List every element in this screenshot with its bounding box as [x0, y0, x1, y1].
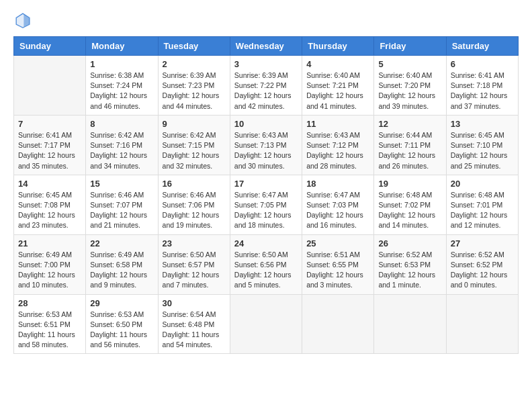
- calendar-cell: 26Sunrise: 6:52 AMSunset: 6:53 PMDayligh…: [374, 234, 446, 294]
- calendar-header-thursday: Thursday: [302, 37, 374, 56]
- day-info: Sunrise: 6:52 AMSunset: 6:52 PMDaylight:…: [451, 250, 514, 291]
- calendar-cell: 12Sunrise: 6:44 AMSunset: 7:11 PMDayligh…: [374, 115, 446, 175]
- calendar-cell: 3Sunrise: 6:39 AMSunset: 7:22 PMDaylight…: [230, 56, 302, 116]
- day-number: 5: [378, 59, 441, 69]
- calendar-cell: 6Sunrise: 6:41 AMSunset: 7:18 PMDaylight…: [446, 56, 518, 116]
- day-info: Sunrise: 6:50 AMSunset: 6:57 PMDaylight:…: [163, 250, 226, 291]
- day-info: Sunrise: 6:50 AMSunset: 6:56 PMDaylight:…: [234, 250, 298, 291]
- calendar-cell: 10Sunrise: 6:43 AMSunset: 7:13 PMDayligh…: [230, 115, 302, 175]
- day-number: 9: [163, 119, 226, 129]
- calendar-week-row: 21Sunrise: 6:49 AMSunset: 7:00 PMDayligh…: [14, 234, 519, 294]
- calendar-cell: 27Sunrise: 6:52 AMSunset: 6:52 PMDayligh…: [446, 234, 518, 294]
- day-number: 25: [306, 238, 369, 248]
- calendar-cell: 2Sunrise: 6:39 AMSunset: 7:23 PMDaylight…: [158, 56, 230, 116]
- calendar-cell: 30Sunrise: 6:54 AMSunset: 6:48 PMDayligh…: [158, 294, 230, 354]
- day-number: 22: [90, 238, 153, 248]
- day-info: Sunrise: 6:54 AMSunset: 6:48 PMDaylight:…: [163, 310, 226, 351]
- day-info: Sunrise: 6:41 AMSunset: 7:17 PMDaylight:…: [18, 130, 81, 171]
- day-info: Sunrise: 6:48 AMSunset: 7:02 PMDaylight:…: [378, 190, 441, 231]
- calendar-cell: 28Sunrise: 6:53 AMSunset: 6:51 PMDayligh…: [14, 294, 86, 354]
- day-info: Sunrise: 6:47 AMSunset: 7:03 PMDaylight:…: [306, 190, 369, 231]
- calendar-header-row: SundayMondayTuesdayWednesdayThursdayFrid…: [14, 37, 519, 56]
- day-number: 14: [18, 179, 81, 189]
- day-info: Sunrise: 6:43 AMSunset: 7:12 PMDaylight:…: [306, 130, 369, 171]
- calendar-week-row: 14Sunrise: 6:45 AMSunset: 7:08 PMDayligh…: [14, 175, 519, 234]
- day-info: Sunrise: 6:44 AMSunset: 7:11 PMDaylight:…: [378, 130, 441, 171]
- day-number: 12: [378, 119, 441, 129]
- calendar-cell: 29Sunrise: 6:53 AMSunset: 6:50 PMDayligh…: [86, 294, 158, 354]
- calendar-header-saturday: Saturday: [446, 37, 518, 56]
- day-number: 3: [234, 59, 298, 69]
- day-number: 21: [18, 238, 81, 248]
- day-info: Sunrise: 6:42 AMSunset: 7:16 PMDaylight:…: [90, 130, 153, 171]
- day-info: Sunrise: 6:51 AMSunset: 6:55 PMDaylight:…: [306, 250, 369, 291]
- calendar-cell: 21Sunrise: 6:49 AMSunset: 7:00 PMDayligh…: [14, 234, 86, 294]
- calendar-cell: 17Sunrise: 6:47 AMSunset: 7:05 PMDayligh…: [230, 175, 302, 234]
- calendar-cell: 5Sunrise: 6:40 AMSunset: 7:20 PMDaylight…: [374, 56, 446, 116]
- day-info: Sunrise: 6:38 AMSunset: 7:24 PMDaylight:…: [90, 71, 153, 111]
- calendar-cell: 13Sunrise: 6:45 AMSunset: 7:10 PMDayligh…: [446, 115, 518, 175]
- day-number: 26: [378, 238, 441, 248]
- day-number: 23: [163, 238, 226, 248]
- day-number: 28: [18, 298, 81, 308]
- day-number: 19: [378, 179, 441, 189]
- day-info: Sunrise: 6:49 AMSunset: 6:58 PMDaylight:…: [90, 250, 153, 291]
- day-info: Sunrise: 6:47 AMSunset: 7:05 PMDaylight:…: [234, 190, 298, 231]
- calendar-cell: 22Sunrise: 6:49 AMSunset: 6:58 PMDayligh…: [86, 234, 158, 294]
- calendar-cell: 1Sunrise: 6:38 AMSunset: 7:24 PMDaylight…: [86, 56, 158, 116]
- day-info: Sunrise: 6:43 AMSunset: 7:13 PMDaylight:…: [234, 130, 298, 171]
- calendar-cell: 25Sunrise: 6:51 AMSunset: 6:55 PMDayligh…: [302, 234, 374, 294]
- calendar-header-tuesday: Tuesday: [158, 37, 230, 56]
- calendar-header-wednesday: Wednesday: [230, 37, 302, 56]
- day-info: Sunrise: 6:52 AMSunset: 6:53 PMDaylight:…: [378, 250, 441, 291]
- day-number: 18: [306, 179, 369, 189]
- calendar-table: SundayMondayTuesdayWednesdayThursdayFrid…: [13, 36, 519, 354]
- calendar-cell: 11Sunrise: 6:43 AMSunset: 7:12 PMDayligh…: [302, 115, 374, 175]
- day-number: 1: [90, 59, 153, 69]
- day-number: 24: [234, 238, 298, 248]
- day-info: Sunrise: 6:41 AMSunset: 7:18 PMDaylight:…: [451, 71, 514, 111]
- calendar-cell: [14, 56, 86, 116]
- calendar-header-sunday: Sunday: [14, 37, 86, 56]
- calendar-header-friday: Friday: [374, 37, 446, 56]
- day-info: Sunrise: 6:53 AMSunset: 6:50 PMDaylight:…: [90, 310, 153, 351]
- calendar-cell: 14Sunrise: 6:45 AMSunset: 7:08 PMDayligh…: [14, 175, 86, 234]
- day-info: Sunrise: 6:53 AMSunset: 6:51 PMDaylight:…: [18, 310, 81, 351]
- calendar-cell: [230, 294, 302, 354]
- calendar-cell: 24Sunrise: 6:50 AMSunset: 6:56 PMDayligh…: [230, 234, 302, 294]
- day-number: 11: [306, 119, 369, 129]
- calendar-week-row: 7Sunrise: 6:41 AMSunset: 7:17 PMDaylight…: [14, 115, 519, 175]
- day-info: Sunrise: 6:40 AMSunset: 7:20 PMDaylight:…: [378, 71, 441, 111]
- calendar-cell: 20Sunrise: 6:48 AMSunset: 7:01 PMDayligh…: [446, 175, 518, 234]
- calendar-cell: 9Sunrise: 6:42 AMSunset: 7:15 PMDaylight…: [158, 115, 230, 175]
- calendar-cell: 16Sunrise: 6:46 AMSunset: 7:06 PMDayligh…: [158, 175, 230, 234]
- day-info: Sunrise: 6:40 AMSunset: 7:21 PMDaylight:…: [306, 71, 369, 111]
- page-header: [13, 11, 519, 30]
- day-number: 4: [306, 59, 369, 69]
- day-info: Sunrise: 6:48 AMSunset: 7:01 PMDaylight:…: [451, 190, 514, 231]
- day-info: Sunrise: 6:46 AMSunset: 7:06 PMDaylight:…: [163, 190, 226, 231]
- day-number: 27: [451, 238, 514, 248]
- calendar-cell: [446, 294, 518, 354]
- day-info: Sunrise: 6:49 AMSunset: 7:00 PMDaylight:…: [18, 250, 81, 291]
- day-info: Sunrise: 6:39 AMSunset: 7:22 PMDaylight:…: [234, 71, 298, 111]
- day-number: 16: [163, 179, 226, 189]
- day-number: 30: [163, 298, 226, 308]
- day-number: 2: [163, 59, 226, 69]
- day-info: Sunrise: 6:45 AMSunset: 7:10 PMDaylight:…: [451, 130, 514, 171]
- calendar-week-row: 1Sunrise: 6:38 AMSunset: 7:24 PMDaylight…: [14, 56, 519, 116]
- calendar-week-row: 28Sunrise: 6:53 AMSunset: 6:51 PMDayligh…: [14, 294, 519, 354]
- logo-icon: [13, 11, 32, 30]
- calendar-cell: [302, 294, 374, 354]
- day-number: 15: [90, 179, 153, 189]
- day-number: 20: [451, 179, 514, 189]
- day-number: 29: [90, 298, 153, 308]
- calendar-cell: [374, 294, 446, 354]
- calendar-cell: 19Sunrise: 6:48 AMSunset: 7:02 PMDayligh…: [374, 175, 446, 234]
- calendar-header-monday: Monday: [86, 37, 158, 56]
- calendar-cell: 18Sunrise: 6:47 AMSunset: 7:03 PMDayligh…: [302, 175, 374, 234]
- logo: [13, 11, 35, 30]
- day-number: 17: [234, 179, 298, 189]
- day-info: Sunrise: 6:39 AMSunset: 7:23 PMDaylight:…: [163, 71, 226, 111]
- day-info: Sunrise: 6:45 AMSunset: 7:08 PMDaylight:…: [18, 190, 81, 231]
